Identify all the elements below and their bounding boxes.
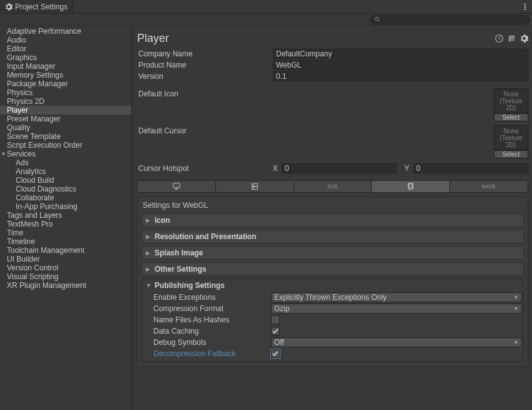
sidebar-item-adaptive-performance[interactable]: Adaptive Performance — [0, 27, 131, 36]
help-icon[interactable]: ? — [494, 34, 503, 43]
fold-splash[interactable]: ▶ Splash Image — [141, 246, 524, 260]
sidebar-item-time[interactable]: Time — [0, 228, 131, 237]
cursor-x-input[interactable] — [282, 163, 397, 173]
svg-rect-15 — [409, 184, 412, 188]
sidebar-item-tags-and-layers[interactable]: Tags and Layers — [0, 211, 131, 220]
svg-point-13 — [253, 188, 253, 188]
sidebar-item-ui-builder[interactable]: UI Builder — [0, 255, 131, 264]
company-name-input[interactable] — [273, 49, 528, 59]
default-cursor-slot[interactable]: None (Texture 2D) — [494, 125, 528, 150]
sidebar-item-version-control[interactable]: Version Control — [0, 264, 131, 272]
sidebar-item-package-manager[interactable]: Package Manager — [0, 79, 131, 88]
sidebar-item-label: Collaborate — [16, 193, 54, 202]
data-caching-label: Data Caching — [143, 327, 271, 336]
default-cursor-select-button[interactable]: Select — [494, 150, 528, 158]
sidebar-item-label: TextMesh Pro — [7, 220, 53, 228]
sidebar-item-graphics[interactable]: Graphics — [0, 53, 131, 62]
fold-resolution[interactable]: ▶ Resolution and Presentation — [141, 230, 524, 243]
toolbar — [0, 14, 532, 26]
preset-icon[interactable] — [507, 34, 516, 43]
sidebar-item-label: Visual Scripting — [7, 272, 59, 281]
sidebar-item-cloud-build[interactable]: Cloud Build — [0, 176, 131, 185]
enable-exceptions-label: Enable Exceptions — [143, 293, 271, 302]
window-menu-button[interactable] — [518, 0, 532, 13]
sidebar-item-script-execution-order[interactable]: Script Execution Order — [0, 141, 131, 150]
svg-point-12 — [253, 185, 253, 185]
enable-exceptions-dropdown[interactable]: Explicitly Thrown Exceptions Only ▼ — [271, 292, 522, 302]
sidebar-item-physics[interactable]: Physics — [0, 88, 131, 97]
sidebar-item-audio[interactable]: Audio — [0, 36, 131, 44]
cursor-y-input[interactable] — [413, 163, 528, 173]
version-input[interactable] — [273, 71, 528, 81]
tab-webgl[interactable] — [372, 181, 450, 192]
tab-standalone[interactable] — [138, 181, 216, 192]
tab-server[interactable] — [216, 181, 294, 192]
page-title: Player — [137, 32, 494, 45]
chevron-down-icon: ▼ — [146, 282, 151, 289]
default-icon-slot[interactable]: None (Texture 2D) — [494, 88, 528, 113]
sidebar-item-label: Audio — [7, 36, 26, 44]
version-label: Version — [137, 72, 273, 81]
sidebar-item-label: Timeline — [7, 237, 35, 246]
search-input[interactable] — [370, 15, 529, 24]
tab-tvos[interactable]: tvOS — [450, 181, 528, 192]
decompression-fallback-checkbox[interactable] — [271, 349, 280, 358]
sidebar-item-label: Physics 2D — [7, 97, 44, 106]
sidebar-item-label: Physics — [7, 88, 33, 97]
platform-tabs: iOS tvOS — [137, 180, 528, 193]
cursor-x-label: X — [273, 164, 282, 173]
sidebar-item-quality[interactable]: Quality — [0, 123, 131, 132]
fold-icon[interactable]: ▶ Icon — [141, 213, 524, 227]
svg-point-1 — [524, 6, 526, 8]
data-caching-checkbox[interactable] — [271, 327, 280, 336]
chevron-down-icon: ▼ — [513, 305, 519, 312]
sidebar-item-label: XR Plugin Management — [7, 281, 86, 290]
monitor-icon — [172, 183, 181, 190]
sidebar-item-player[interactable]: Player — [0, 106, 131, 115]
chevron-right-icon: ▶ — [146, 233, 151, 240]
compression-format-dropdown[interactable]: Gzip ▼ — [271, 304, 522, 314]
settings-gear-icon[interactable] — [519, 34, 528, 43]
sidebar-item-input-manager[interactable]: Input Manager — [0, 62, 131, 71]
sidebar-item-toolchain-management[interactable]: Toolchain Management — [0, 246, 131, 255]
sidebar-item-collaborate[interactable]: Collaborate — [0, 193, 131, 202]
sidebar-item-label: UI Builder — [7, 255, 40, 264]
sidebar-item-analytics[interactable]: Analytics — [0, 167, 131, 176]
debug-symbols-dropdown[interactable]: Off ▼ — [271, 337, 522, 347]
default-icon-select-button[interactable]: Select — [494, 113, 528, 121]
server-icon — [251, 183, 258, 190]
fold-publishing[interactable]: ▼ Publishing Settings — [141, 279, 524, 292]
fold-other[interactable]: ▶ Other Settings — [141, 262, 524, 276]
sidebar-item-label: Tags and Layers — [7, 211, 62, 220]
sidebar-item-editor[interactable]: Editor — [0, 44, 131, 53]
sidebar-item-preset-manager[interactable]: Preset Manager — [0, 115, 131, 123]
sidebar-item-memory-settings[interactable]: Memory Settings — [0, 71, 131, 79]
sidebar-item-textmesh-pro[interactable]: TextMesh Pro — [0, 220, 131, 228]
settings-sidebar[interactable]: Adaptive PerformanceAudioEditorGraphicsI… — [0, 26, 132, 410]
sidebar-item-xr-plugin-management[interactable]: XR Plugin Management — [0, 281, 131, 290]
sidebar-item-cloud-diagnostics[interactable]: Cloud Diagnostics — [0, 185, 131, 193]
sidebar-item-physics-2d[interactable]: Physics 2D — [0, 97, 131, 106]
sidebar-item-label: Cloud Diagnostics — [16, 185, 76, 193]
sidebar-item-ads[interactable]: Ads — [0, 158, 131, 167]
sidebar-item-label: Cloud Build — [16, 176, 54, 185]
sidebar-item-visual-scripting[interactable]: Visual Scripting — [0, 272, 131, 281]
publishing-settings-body: Enable Exceptions Explicitly Thrown Exce… — [141, 292, 524, 362]
chevron-right-icon: ▶ — [146, 266, 151, 272]
window-tab[interactable]: Project Settings — [0, 0, 73, 13]
name-files-as-hashes-checkbox[interactable] — [271, 315, 280, 324]
sidebar-item-scene-template[interactable]: Scene Template — [0, 132, 131, 141]
tab-ios[interactable]: iOS — [294, 181, 372, 192]
sidebar-item-label: Version Control — [7, 264, 58, 272]
sidebar-item-in-app-purchasing[interactable]: In-App Purchasing — [0, 202, 131, 211]
svg-point-2 — [524, 8, 526, 10]
default-cursor-label: Default Cursor — [137, 125, 273, 135]
window-title: Project Settings — [15, 3, 68, 11]
product-name-input[interactable] — [273, 60, 528, 70]
sidebar-item-services[interactable]: ▼Services — [0, 150, 131, 158]
default-icon-label: Default Icon — [137, 88, 273, 98]
sidebar-item-timeline[interactable]: Timeline — [0, 237, 131, 246]
sidebar-item-label: Ads — [16, 158, 29, 167]
product-name-label: Product Name — [137, 61, 273, 69]
cursor-y-label: Y — [404, 164, 413, 173]
